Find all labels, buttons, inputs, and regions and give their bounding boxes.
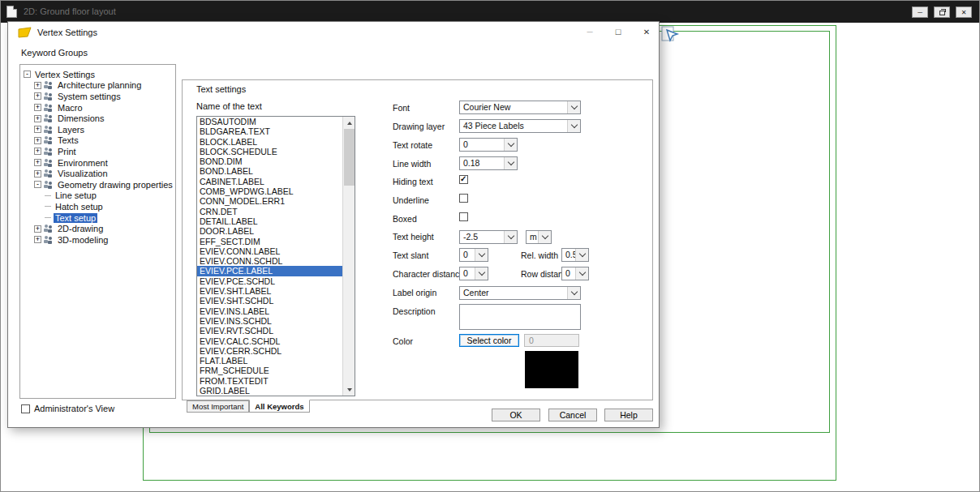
list-item[interactable]: BLDGAREA.TEXT (197, 126, 342, 136)
list-item[interactable]: BOND.DIM (197, 156, 342, 166)
list-item[interactable]: FROM.TEXTEDIT (197, 376, 342, 386)
scroll-thumb[interactable] (344, 129, 355, 186)
ok-button[interactable]: OK (492, 409, 540, 421)
chevron-down-icon[interactable] (504, 157, 517, 169)
list-item[interactable]: EVIEV.RVT.SCHDL (197, 326, 342, 336)
text-slant-select[interactable]: 0 (459, 248, 488, 262)
tree-item-system-settings[interactable]: +System settings (20, 91, 175, 102)
chevron-down-icon[interactable] (567, 287, 580, 299)
minimize-button[interactable]: ─ (912, 6, 928, 18)
chevron-down-icon[interactable] (475, 249, 488, 261)
list-item[interactable]: EVIEV.SHT.SCHDL (197, 296, 342, 306)
tree-item-vertex-settings[interactable]: -Vertex Settings (20, 69, 175, 80)
row-distance-select[interactable]: 0 (561, 267, 589, 280)
list-item[interactable]: CONN_MODEL.ERR1 (197, 196, 342, 206)
list-item[interactable]: DOOR.LABEL (197, 226, 342, 236)
cancel-button[interactable]: Cancel (548, 409, 597, 421)
dialog-maximize-button[interactable]: □ (607, 24, 630, 40)
list-item[interactable]: COMB_WPDWG.LABEL (197, 186, 342, 196)
list-item[interactable]: BLOCK.SCHEDULE (197, 147, 342, 156)
tree-item-line-setup[interactable]: Line setup (20, 190, 175, 202)
expand-icon[interactable]: + (34, 92, 41, 100)
tree-item-environment[interactable]: +Environment (20, 157, 175, 169)
drawing-layer-select[interactable]: 43 Piece Labels (459, 119, 581, 133)
expand-icon[interactable]: + (34, 170, 41, 178)
chevron-down-icon[interactable] (504, 231, 517, 243)
expand-icon[interactable]: + (34, 225, 41, 233)
list-item[interactable]: EVIEV.PCE.LABEL (197, 266, 342, 276)
expand-icon[interactable]: + (34, 82, 41, 89)
boxed-checkbox[interactable] (459, 212, 468, 221)
list-item[interactable]: FLAT.LABEL (197, 356, 342, 366)
list-item[interactable]: EVIEV.INS.LABEL (197, 306, 342, 316)
dialog-titlebar[interactable]: Vertex Settings ─ □ ✕ (8, 22, 659, 43)
list-item[interactable]: BDSAUTODIM (197, 117, 342, 126)
expand-icon[interactable]: + (34, 126, 41, 133)
tree-item-geometry-drawing-properties[interactable]: -Geometry drawing properties (20, 179, 175, 190)
tree-item-architecture-planning[interactable]: +Architecture planning (20, 80, 175, 92)
text-height-unit-select[interactable]: m (526, 230, 552, 244)
tab-all-keywords[interactable]: All Keywords (249, 400, 309, 413)
list-item[interactable]: DETAIL.LABEL (197, 216, 342, 226)
list-item[interactable]: EVIEV.CERR.SCHDL (197, 346, 342, 356)
list-scrollbar[interactable] (342, 117, 355, 396)
list-item[interactable]: BLOCK.LABEL (197, 137, 342, 147)
list-item[interactable]: EVIEV.CONN.LABEL (197, 246, 342, 256)
tab-most-important[interactable]: Most Important (187, 400, 249, 413)
list-item[interactable]: GRID.LABEL (197, 386, 342, 396)
chevron-down-icon[interactable] (475, 267, 488, 280)
tree-item-layers[interactable]: +Layers (20, 124, 175, 135)
tree-item-text-setup[interactable]: Text setup (20, 212, 175, 224)
label-origin-select[interactable]: Center (459, 286, 581, 300)
admin-view-option[interactable]: Administrator's View (21, 404, 114, 413)
tree-item-visualization[interactable]: +Visualization (20, 168, 175, 179)
close-button[interactable]: ✕ (956, 6, 972, 18)
list-item[interactable]: EVIEV.CALC.SCHDL (197, 336, 342, 346)
list-item[interactable]: FRM_SCHEDULE (197, 366, 342, 375)
chevron-down-icon[interactable] (567, 120, 580, 132)
chevron-down-icon[interactable] (575, 249, 588, 261)
tree-item-dimensions[interactable]: +Dimensions (20, 113, 175, 124)
hiding-text-checkbox[interactable] (459, 175, 468, 184)
expand-icon[interactable]: + (34, 104, 41, 111)
expand-icon[interactable]: + (34, 236, 41, 243)
list-item[interactable]: CABINET.LABEL (197, 177, 342, 186)
tree-item-3d-modeling[interactable]: +3D-modeling (20, 234, 175, 246)
expand-icon[interactable]: + (34, 148, 41, 155)
scroll-up-icon[interactable] (343, 117, 355, 129)
expand-icon[interactable]: + (34, 137, 41, 144)
select-color-button[interactable]: Select color (459, 334, 519, 347)
expand-icon[interactable]: + (34, 115, 41, 122)
list-item[interactable]: EVIEV.INS.SCHDL (197, 316, 342, 326)
admin-view-checkbox[interactable] (21, 404, 30, 413)
chevron-down-icon[interactable] (504, 139, 517, 151)
tree-item-hatch-setup[interactable]: Hatch setup (20, 201, 175, 212)
line-width-select[interactable]: 0.18 (459, 156, 518, 170)
description-input[interactable] (459, 304, 581, 330)
dialog-close-button[interactable]: ✕ (635, 24, 658, 40)
list-item[interactable]: EFF_SECT.DIM (197, 237, 342, 246)
tree-item-print[interactable]: +Print (20, 146, 175, 157)
scroll-down-icon[interactable] (343, 383, 355, 396)
list-item[interactable]: EVIEV.PCE.SCHDL (197, 276, 342, 286)
list-item[interactable]: EVIEV.SHT.LABEL (197, 286, 342, 296)
dialog-minimize-button[interactable]: ─ (578, 24, 601, 40)
chevron-down-icon[interactable] (538, 231, 551, 243)
collapse-icon[interactable]: - (24, 71, 31, 78)
text-height-select[interactable]: -2.5 (459, 230, 518, 244)
tree-item-texts[interactable]: +Texts (20, 135, 175, 147)
list-item[interactable]: BOND.LABEL (197, 166, 342, 176)
font-select[interactable]: Courier New (459, 101, 581, 114)
chevron-down-icon[interactable] (567, 101, 580, 113)
rel-width-select[interactable]: 0.5 (561, 248, 589, 262)
collapse-icon[interactable]: - (34, 181, 41, 188)
list-item[interactable]: CRN.DET (197, 207, 342, 216)
text-rotate-select[interactable]: 0 (459, 138, 518, 152)
help-button[interactable]: Help (604, 409, 653, 421)
expand-icon[interactable]: + (34, 159, 41, 166)
list-item[interactable]: EVIEV.CONN.SCHDL (197, 256, 342, 266)
restore-button[interactable] (934, 6, 950, 18)
tree-item-2d-drawing[interactable]: +2D-drawing (20, 223, 175, 234)
main-titlebar[interactable]: 2D: Ground floor layout ─ ✕ (1, 1, 979, 23)
underline-checkbox[interactable] (459, 194, 468, 203)
